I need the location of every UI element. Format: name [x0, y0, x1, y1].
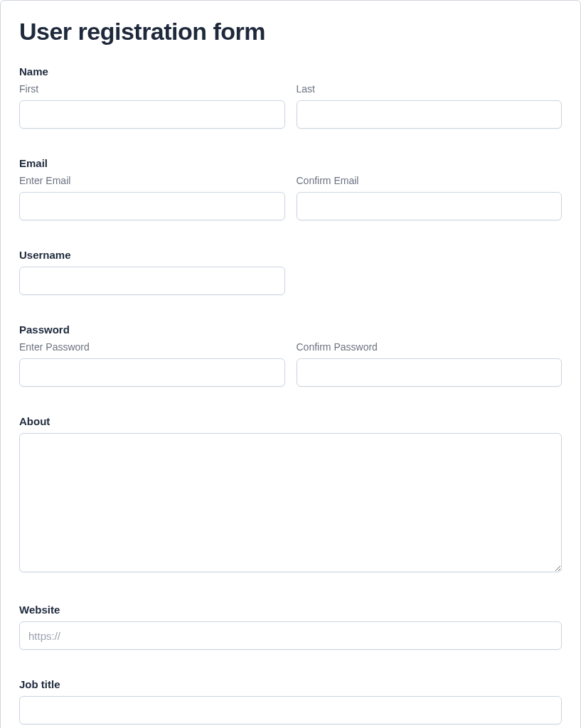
email-row: Enter Email Confirm Email	[19, 175, 562, 220]
confirm-email-col: Confirm Email	[297, 175, 563, 220]
email-section: Email Enter Email Confirm Email	[19, 157, 562, 220]
confirm-password-input[interactable]	[297, 358, 563, 387]
website-label: Website	[19, 604, 562, 616]
jobtitle-label: Job title	[19, 678, 562, 690]
jobtitle-input[interactable]	[19, 696, 562, 724]
registration-form-page: User registration form Name First Last E…	[0, 0, 581, 728]
about-label: About	[19, 415, 562, 427]
username-input[interactable]	[19, 267, 285, 295]
first-name-col: First	[19, 83, 285, 129]
website-section: Website	[19, 604, 562, 650]
enter-password-label: Enter Password	[19, 341, 285, 353]
website-input[interactable]	[19, 621, 562, 650]
password-section: Password Enter Password Confirm Password	[19, 323, 562, 387]
enter-password-input[interactable]	[19, 358, 285, 387]
enter-email-input[interactable]	[19, 192, 285, 220]
jobtitle-section: Job title	[19, 678, 562, 724]
password-label: Password	[19, 323, 562, 336]
username-label: Username	[19, 249, 562, 261]
last-name-input[interactable]	[297, 100, 563, 129]
confirm-email-label: Confirm Email	[297, 175, 563, 186]
about-section: About	[19, 415, 562, 575]
confirm-password-label: Confirm Password	[297, 341, 563, 353]
first-name-input[interactable]	[19, 100, 285, 129]
confirm-password-col: Confirm Password	[297, 341, 563, 387]
name-row: First Last	[19, 83, 562, 129]
name-section: Name First Last	[19, 65, 562, 129]
page-title: User registration form	[19, 18, 562, 46]
last-name-col: Last	[297, 83, 563, 129]
first-name-label: First	[19, 83, 285, 95]
about-textarea[interactable]	[19, 433, 562, 572]
email-label: Email	[19, 157, 562, 169]
password-row: Enter Password Confirm Password	[19, 341, 562, 387]
username-section: Username	[19, 249, 562, 295]
enter-email-col: Enter Email	[19, 175, 285, 220]
last-name-label: Last	[297, 83, 563, 95]
enter-email-label: Enter Email	[19, 175, 285, 186]
name-label: Name	[19, 65, 562, 77]
confirm-email-input[interactable]	[297, 192, 563, 220]
enter-password-col: Enter Password	[19, 341, 285, 387]
